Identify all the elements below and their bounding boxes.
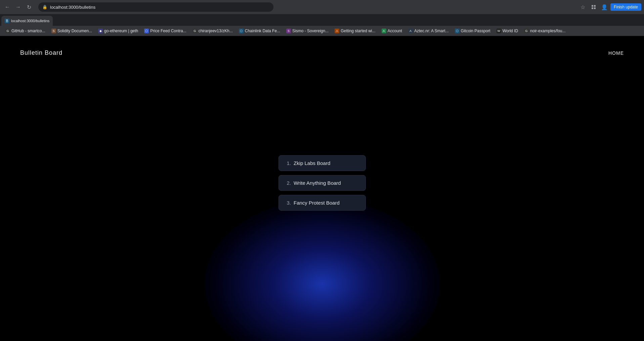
bookmark-label-chiranjeev: chiranjeev13/zKh...: [199, 29, 233, 33]
active-tab[interactable]: B localhost:3000/bulletins: [1, 16, 53, 26]
bookmark-aztec[interactable]: A Aztec.nr: A Smart...: [405, 28, 452, 34]
bookmark-chainlink[interactable]: ⬡ Chainlink Data Fe...: [236, 28, 283, 34]
board-number-3: 3.: [287, 200, 291, 206]
bookmark-label-gitcoin: Gitcoin Passport: [461, 29, 490, 33]
board-name-write-anything: Write Anything Board: [294, 180, 341, 186]
bookmark-go-ethereum[interactable]: ◆ go-ethereum | geth: [95, 28, 141, 34]
bookmark-label-sismo: Sismo - Sovereign...: [292, 29, 329, 33]
address-bar[interactable]: 🔒 localhost:3000/bulletins: [38, 2, 273, 12]
navbar: Bulletin Board HOME: [0, 36, 644, 70]
tabs-bar: B localhost:3000/bulletins: [0, 14, 644, 26]
tab-favicon: B: [5, 18, 9, 23]
bookmark-favicon-aztec: A: [408, 29, 413, 33]
bookmark-favicon-world-id: W: [497, 29, 501, 33]
bookmark-star-button[interactable]: ☆: [578, 2, 588, 12]
board-item-fancy-protest[interactable]: 3. Fancy Protest Board: [278, 195, 366, 211]
lock-icon: 🔒: [42, 5, 47, 9]
board-number-1: 1.: [287, 160, 291, 166]
bookmark-account[interactable]: A Account: [379, 28, 405, 34]
bookmark-noir[interactable]: G noir-examples/fou...: [521, 28, 568, 34]
bookmark-price-feed[interactable]: ⬡ Price Feed Contra...: [141, 28, 189, 34]
board-item-zkip[interactable]: 1. Zkip Labs Board: [278, 155, 366, 171]
board-name-zkip: Zkip Labs Board: [294, 160, 330, 166]
bookmark-getting-started[interactable]: ⚠ Getting started wi...: [332, 28, 378, 34]
bookmark-label-world-id: World ID: [503, 29, 518, 33]
bookmark-chiranjeev[interactable]: G chiranjeev13/zKh...: [190, 28, 235, 34]
bookmark-label-account: Account: [388, 29, 402, 33]
board-number-2: 2.: [287, 180, 291, 186]
svg-rect-1: [594, 5, 596, 7]
bookmark-sismo[interactable]: S Sismo - Sovereign...: [284, 28, 331, 34]
bookmark-gitcoin[interactable]: ⬡ Gitcoin Passport: [452, 28, 493, 34]
browser-toolbar: ← → ↻ 🔒 localhost:3000/bulletins ☆ 👤 Fin…: [0, 0, 644, 14]
browser-chrome: ← → ↻ 🔒 localhost:3000/bulletins ☆ 👤 Fin…: [0, 0, 644, 36]
finish-update-button[interactable]: Finish update: [610, 3, 641, 11]
glow-background: [205, 200, 440, 341]
bookmark-favicon-getting-started: ⚠: [335, 29, 339, 33]
bookmark-favicon-chiranjeev: G: [192, 29, 197, 33]
bookmark-label-noir: noir-examples/fou...: [530, 29, 565, 33]
bookmark-world-id[interactable]: W World ID: [494, 28, 521, 34]
navbar-brand: Bulletin Board: [20, 49, 62, 56]
svg-rect-3: [594, 7, 596, 9]
bookmark-solidity[interactable]: S Solidity Documen...: [49, 28, 95, 34]
bookmark-favicon-go-ethereum: ◆: [98, 29, 103, 33]
bookmark-label-chainlink: Chainlink Data Fe...: [245, 29, 280, 33]
bookmark-favicon-account: A: [382, 29, 386, 33]
svg-rect-0: [592, 5, 593, 7]
bookmark-favicon-sismo: S: [286, 29, 291, 33]
extensions-button[interactable]: [589, 2, 598, 12]
bookmark-favicon-gitcoin: ⬡: [455, 29, 460, 33]
board-name-fancy-protest: Fancy Protest Board: [294, 200, 340, 206]
nav-buttons: ← → ↻: [3, 2, 34, 12]
back-button[interactable]: ←: [3, 2, 12, 12]
bookmark-favicon-price-feed: ⬡: [144, 29, 149, 33]
bookmark-label-solidity: Solidity Documen...: [57, 29, 92, 33]
svg-rect-2: [592, 7, 593, 9]
bookmark-favicon-noir: G: [524, 29, 529, 33]
tab-label: localhost:3000/bulletins: [11, 19, 49, 23]
bookmark-favicon-github: G: [5, 29, 10, 33]
bookmark-favicon-chainlink: ⬡: [239, 29, 244, 33]
forward-button[interactable]: →: [13, 2, 23, 12]
bookmark-github[interactable]: G GitHub - smartco...: [3, 28, 48, 34]
toolbar-right: ☆ 👤 Finish update: [578, 2, 641, 12]
bookmark-label-aztec: Aztec.nr: A Smart...: [414, 29, 449, 33]
bookmark-favicon-solidity: S: [51, 29, 56, 33]
bookmark-label-go-ethereum: go-ethereum | geth: [104, 29, 138, 33]
reload-button[interactable]: ↻: [24, 2, 34, 12]
bookmark-label-github: GitHub - smartco...: [11, 29, 45, 33]
profile-button[interactable]: 👤: [600, 2, 609, 12]
boards-container: 1. Zkip Labs Board 2. Write Anything Boa…: [278, 155, 366, 211]
bookmark-label-getting-started: Getting started wi...: [341, 29, 375, 33]
bookmarks-bar: G GitHub - smartco... S Solidity Documen…: [0, 26, 644, 36]
board-item-write-anything[interactable]: 2. Write Anything Board: [278, 175, 366, 191]
webpage-content: Bulletin Board HOME 1. Zkip Labs Board 2…: [0, 36, 644, 341]
bookmark-label-price-feed: Price Feed Contra...: [150, 29, 186, 33]
url-text: localhost:3000/bulletins: [50, 5, 95, 10]
home-link[interactable]: HOME: [608, 50, 624, 56]
